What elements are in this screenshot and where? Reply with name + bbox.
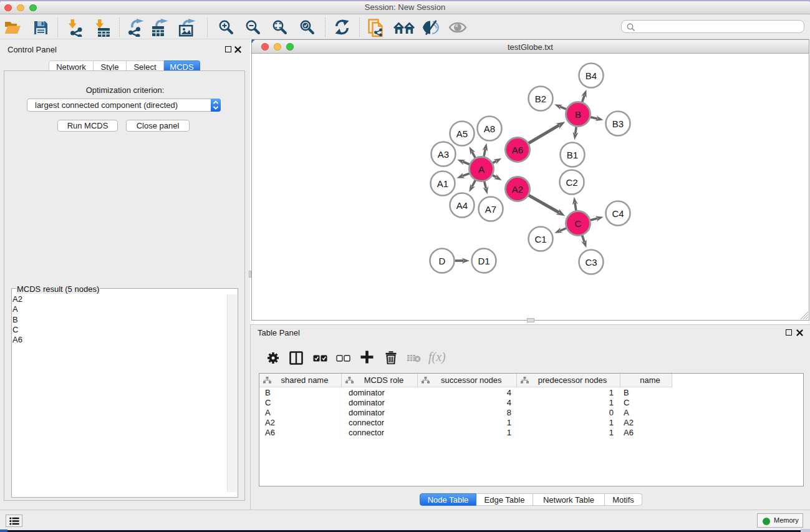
svg-text:A5: A5 [456, 128, 468, 139]
svg-text:C: C [575, 218, 582, 229]
svg-text:B: B [575, 109, 581, 120]
svg-text:C1: C1 [534, 234, 546, 244]
svg-text:A7: A7 [485, 204, 496, 215]
svg-text:D: D [439, 256, 446, 266]
svg-text:B2: B2 [535, 94, 546, 104]
svg-text:C2: C2 [566, 177, 577, 188]
svg-text:C4: C4 [612, 208, 624, 219]
svg-text:A3: A3 [438, 149, 449, 160]
svg-text:A4: A4 [456, 200, 468, 211]
svg-text:C3: C3 [585, 257, 597, 268]
svg-text:A2: A2 [512, 184, 523, 195]
svg-text:A6: A6 [512, 145, 523, 155]
svg-text:A8: A8 [484, 123, 495, 134]
svg-text:B3: B3 [612, 118, 624, 129]
svg-text:B4: B4 [586, 70, 597, 81]
svg-text:A1: A1 [437, 178, 448, 189]
svg-text:B1: B1 [567, 150, 578, 160]
svg-text:A: A [478, 164, 485, 175]
svg-text:D1: D1 [478, 256, 489, 266]
